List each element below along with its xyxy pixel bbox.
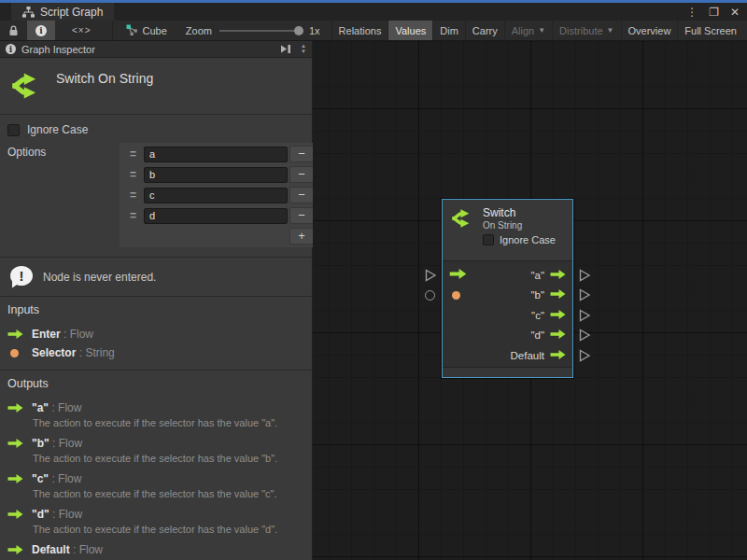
window-maximize-icon[interactable]: ❐ — [709, 6, 719, 19]
options-field: Options = − = − = — [7, 143, 303, 247]
flow-arrow-icon[interactable] — [550, 329, 566, 342]
port-label: "c" — [531, 310, 544, 321]
remove-option-button[interactable]: − — [289, 207, 314, 224]
spinner-down-icon[interactable]: ▼ — [301, 49, 306, 54]
port-type: Flow — [70, 328, 93, 341]
warning-banner: ! Node is never entered. — [0, 258, 312, 297]
breadcrumb[interactable]: Cube — [117, 21, 176, 40]
port-description: The action to execute if the selector ha… — [33, 524, 303, 536]
lock-icon — [8, 25, 19, 36]
node-footer — [443, 367, 572, 377]
chevron-down-icon: ▼ — [607, 26, 614, 35]
option-input[interactable] — [144, 188, 288, 203]
option-input[interactable] — [144, 167, 288, 183]
ignore-case-label: Ignore Case — [27, 123, 88, 136]
align-dropdown[interactable]: Align▼ — [504, 21, 552, 40]
node-port-row: "c" — [443, 305, 572, 326]
toolbar-buttons: Relations Values Dim Carry Align▼ Distri… — [331, 21, 743, 40]
list-item: = − — [121, 145, 314, 163]
chevron-down-icon: ▼ — [538, 26, 545, 35]
output-port-row: Default : Flow — [7, 540, 303, 559]
node-ignore-case-label: Ignore Case — [500, 234, 556, 245]
unit-title-block: Switch On String — [0, 58, 312, 115]
input-port-row: Enter : Flow — [7, 325, 303, 343]
fullscreen-button[interactable]: Full Screen — [677, 21, 743, 40]
options-label: Options — [7, 143, 120, 247]
flow-arrow-icon[interactable] — [550, 309, 566, 322]
switch-on-string-node[interactable]: Switch On String Ignore Case "a" — [442, 199, 573, 378]
output-connection-stub[interactable] — [578, 349, 591, 365]
drag-handle-icon[interactable]: = — [121, 168, 144, 181]
breadcrumb-label: Cube — [143, 25, 167, 36]
drag-handle-icon[interactable]: = — [121, 189, 144, 202]
output-port-row: "a" : Flow — [7, 399, 303, 417]
window-close-icon[interactable]: ✕ — [730, 6, 740, 19]
remove-option-button[interactable]: − — [289, 187, 314, 203]
remove-option-button[interactable]: − — [289, 166, 314, 183]
tab-script-graph[interactable]: Script Graph — [11, 3, 114, 21]
info-icon: i — [35, 25, 47, 36]
edit-source-button[interactable]: <×> — [55, 21, 108, 40]
node-title: Switch — [483, 206, 522, 219]
window-controls: ⋮ ❐ ✕ — [686, 3, 740, 21]
dock-panel-icon[interactable] — [280, 44, 291, 54]
flow-arrow-icon — [7, 474, 23, 483]
options-list: = − = − = − — [120, 143, 316, 247]
ignore-case-checkbox[interactable] — [7, 124, 20, 136]
drag-handle-icon[interactable]: = — [121, 209, 144, 222]
graph-toolbar: i <×> Cube Zoom 1x Relations Values Dim … — [0, 21, 747, 41]
unit-settings: Ignore Case Options = − = − — [0, 115, 312, 258]
relations-button[interactable]: Relations — [331, 21, 388, 40]
enter-port-icon[interactable] — [449, 269, 467, 282]
selector-connection-stub[interactable] — [425, 290, 435, 301]
option-input[interactable] — [144, 147, 288, 162]
output-connection-stub[interactable] — [578, 288, 591, 304]
port-description: The action to execute if the selector ha… — [33, 453, 303, 465]
tab-bar: Script Graph ⋮ ❐ ✕ — [0, 3, 747, 21]
outputs-title: Outputs — [7, 377, 303, 390]
node-ignore-case-checkbox[interactable] — [483, 234, 494, 245]
panel-spinner[interactable]: ▲ ▼ — [301, 44, 306, 54]
output-connection-stub[interactable] — [578, 309, 591, 325]
enter-connection-stub[interactable] — [424, 269, 437, 285]
script-graph-window: Script Graph ⋮ ❐ ✕ i <×> — [0, 0, 747, 560]
inspector-toggle-button[interactable]: i — [27, 21, 55, 40]
drag-handle-icon[interactable]: = — [121, 147, 144, 161]
node-header[interactable]: Switch On String Ignore Case — [443, 200, 572, 261]
ignore-case-row: Ignore Case — [7, 121, 303, 138]
flow-arrow-icon — [7, 545, 23, 554]
flow-arrow-icon[interactable] — [550, 288, 566, 301]
carry-button[interactable]: Carry — [465, 21, 504, 40]
selector-port-icon[interactable] — [452, 291, 460, 300]
dim-button[interactable]: Dim — [432, 21, 465, 40]
input-port-row: Selector : String — [7, 343, 303, 362]
values-button[interactable]: Values — [388, 21, 432, 40]
option-input[interactable] — [144, 208, 288, 224]
zoom-slider-handle[interactable] — [294, 26, 303, 35]
flow-arrow-icon[interactable] — [550, 269, 566, 282]
toolbar-separator — [112, 21, 113, 40]
lock-button[interactable] — [0, 21, 27, 40]
port-label: Default — [511, 350, 544, 361]
remove-option-button[interactable]: − — [289, 146, 314, 162]
flow-arrow-icon — [7, 329, 23, 339]
flow-arrow-icon[interactable] — [550, 349, 566, 362]
list-item: = − — [121, 165, 314, 184]
node-port-row: "a" — [443, 265, 572, 286]
flow-arrow-icon — [7, 510, 23, 519]
switch-icon — [450, 206, 474, 231]
zoom-slider[interactable] — [219, 30, 302, 32]
distribute-dropdown[interactable]: Distribute▼ — [552, 21, 620, 40]
inputs-title: Inputs — [7, 303, 303, 316]
graph-node-icon — [126, 24, 138, 36]
port-name: Selector — [32, 346, 76, 359]
node-port-row: "b" — [443, 286, 572, 306]
output-connection-stub[interactable] — [578, 329, 591, 344]
overview-button[interactable]: Overview — [621, 21, 678, 40]
add-option-button[interactable]: + — [289, 228, 314, 245]
output-connection-stub[interactable] — [578, 269, 591, 285]
window-menu-icon[interactable]: ⋮ — [686, 6, 698, 19]
graph-canvas[interactable]: Switch On String Ignore Case "a" — [313, 41, 747, 560]
info-icon: i — [6, 44, 16, 54]
main-split: i Graph Inspector ▲ ▼ — [0, 41, 747, 560]
